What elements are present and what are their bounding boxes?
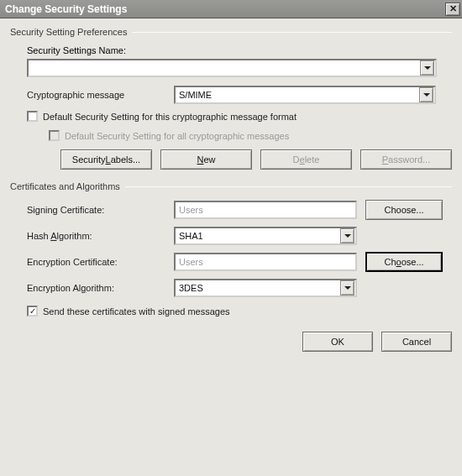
new-button[interactable]: New (160, 149, 252, 170)
choose-signing-button[interactable]: Choose... (365, 200, 443, 220)
crypto-label: Cryptographic message (27, 90, 174, 100)
group-legend-certificates: Certificates and Algorithms (10, 181, 125, 191)
signing-cert-field: Users (174, 201, 357, 219)
window-title: Change Security Settings (5, 3, 127, 15)
chevron-down-icon (344, 286, 351, 290)
checkbox-default-format-label: Default Security Setting for this crypto… (43, 112, 297, 122)
enc-algo-combo[interactable]: 3DES (174, 279, 357, 297)
security-name-combo[interactable] (27, 59, 437, 77)
cancel-button[interactable]: Cancel (381, 332, 452, 352)
group-legend-preferences: Security Setting Preferences (10, 27, 132, 37)
choose-encryption-button[interactable]: Choose... (365, 252, 443, 272)
checkbox-send-certs[interactable]: ✓ (27, 306, 38, 316)
checkbox-default-all-label: Default Security Setting for all cryptog… (65, 131, 289, 141)
ok-button[interactable]: OK (302, 332, 373, 352)
security-labels-button[interactable]: Security Labels... (60, 149, 152, 170)
dialog-body: Security Setting Preferences Security Se… (0, 18, 462, 476)
group-header-certificates: Certificates and Algorithms (10, 181, 452, 191)
enc-cert-field: Users (174, 253, 357, 271)
chevron-down-icon (423, 93, 430, 97)
password-button: Password... (360, 149, 452, 170)
signing-cert-label: Signing Certificate: (27, 205, 174, 215)
group-security-preferences: Security Setting Preferences Security Se… (10, 27, 452, 170)
close-button[interactable]: ✕ (445, 3, 460, 16)
chevron-down-icon (344, 234, 351, 238)
delete-button: Delete (260, 149, 352, 170)
dropdown-arrow[interactable] (419, 87, 433, 102)
dialog-footer: OK Cancel (10, 332, 452, 352)
enc-cert-label: Encryption Certificate: (27, 257, 174, 267)
group-certificates: Certificates and Algorithms Signing Cert… (10, 181, 452, 316)
hash-algo-value: SHA1 (176, 231, 339, 241)
hash-algo-combo[interactable]: SHA1 (174, 227, 357, 245)
hash-algo-label: Hash Algorithm: (27, 231, 174, 241)
crypto-combo[interactable]: S/MIME (174, 86, 436, 104)
crypto-value: S/MIME (176, 90, 418, 100)
close-icon: ✕ (449, 3, 457, 14)
security-name-label: Security Settings Name: (27, 45, 126, 55)
preferences-buttons: Security Labels... New Delete Password..… (27, 149, 452, 170)
dropdown-arrow[interactable] (340, 280, 354, 296)
divider (125, 186, 452, 187)
titlebar[interactable]: Change Security Settings ✕ (0, 0, 462, 18)
checkbox-default-format[interactable] (27, 111, 38, 122)
group-header-preferences: Security Setting Preferences (10, 27, 452, 37)
divider (132, 32, 452, 33)
dropdown-arrow[interactable] (340, 228, 354, 243)
checkbox-send-certs-label: Send these certificates with signed mess… (43, 306, 230, 316)
chevron-down-icon (424, 66, 431, 70)
enc-algo-value: 3DES (176, 283, 339, 293)
enc-algo-label: Encryption Algorithm: (27, 283, 174, 293)
checkbox-default-all (49, 130, 60, 141)
dropdown-arrow[interactable] (420, 60, 434, 76)
